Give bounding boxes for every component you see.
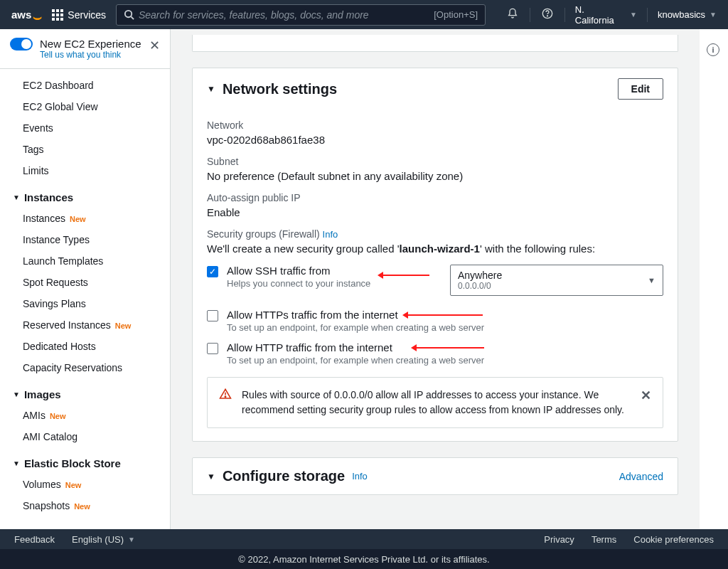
search-icon <box>124 9 134 20</box>
question-icon <box>542 8 553 19</box>
ssh-label: Allow SSH traffic from <box>227 265 370 277</box>
banner-close-button[interactable]: ✕ <box>149 38 160 53</box>
top-nav: aws⌣ Services [Option+S] N. California ▼… <box>0 0 728 29</box>
security-groups-label: Security groups (Firewall) Info <box>207 228 663 240</box>
sidebar: New EC2 Experience Tell us what you thin… <box>0 29 171 529</box>
auto-ip-value: Enable <box>207 206 663 218</box>
ssh-source-cidr: 0.0.0.0/0 <box>458 281 643 291</box>
http-checkbox[interactable] <box>207 343 218 354</box>
account-menu[interactable]: knowbasics ▼ <box>658 9 717 20</box>
privacy-link[interactable]: Privacy <box>544 534 574 545</box>
configure-storage-header[interactable]: ▼ Configure storage Info <box>207 468 368 484</box>
nav-divider <box>647 8 648 22</box>
warning-icon <box>219 388 232 400</box>
triangle-down-icon: ▼ <box>13 390 20 398</box>
nav-amis[interactable]: AMIsNew <box>0 405 170 426</box>
svg-point-0 <box>125 11 132 17</box>
edit-button[interactable]: Edit <box>618 78 663 100</box>
language-selector[interactable]: English (US) ▼ <box>72 534 135 545</box>
banner-feedback-link[interactable]: Tell us what you think <box>40 50 141 60</box>
network-label: Network <box>207 119 663 131</box>
previous-card-edge <box>192 35 678 52</box>
triangle-down-icon: ▼ <box>13 459 20 467</box>
nav-launch-templates[interactable]: Launch Templates <box>0 250 170 272</box>
cidr-warning-alert: Rules with source of 0.0.0.0/0 allow all… <box>207 377 663 428</box>
dropdown-icon: ▼ <box>648 276 655 284</box>
svg-point-5 <box>225 396 226 398</box>
nav-reserved-instances[interactable]: Reserved InstancesNew <box>0 314 170 336</box>
nav-ec2-dashboard[interactable]: EC2 Dashboard <box>0 75 170 96</box>
nav-volumes[interactable]: VolumesNew <box>0 474 170 495</box>
section-images[interactable]: ▼Images <box>0 378 170 405</box>
ssh-hint: Helps you connect to your instance <box>227 278 370 289</box>
copyright-bar: © 2022, Amazon Internet Services Private… <box>0 549 728 569</box>
region-selector[interactable]: N. California ▼ <box>575 4 637 26</box>
triangle-down-icon: ▼ <box>207 84 215 94</box>
nav-capacity-reservations[interactable]: Capacity Reservations <box>0 357 170 378</box>
subnet-value: No preference (Default subnet in any ava… <box>207 170 663 182</box>
section-instances[interactable]: ▼Instances <box>0 181 170 208</box>
nav-spot-requests[interactable]: Spot Requests <box>0 272 170 293</box>
security-groups-desc: We'll create a new security group called… <box>207 243 663 255</box>
nav-instance-types[interactable]: Instance Types <box>0 229 170 250</box>
https-checkbox[interactable] <box>207 310 218 321</box>
account-label: knowbasics <box>658 9 705 20</box>
nav-divider <box>530 8 530 22</box>
feedback-link[interactable]: Feedback <box>14 534 55 545</box>
search-input[interactable] <box>137 9 434 21</box>
advanced-link[interactable]: Advanced <box>619 471 663 482</box>
new-experience-toggle[interactable] <box>10 38 33 50</box>
http-hint: To set up an endpoint, for example when … <box>227 355 484 366</box>
rule-ssh-row: ✓ Allow SSH traffic from Helps you conne… <box>207 265 663 296</box>
svg-point-3 <box>547 16 547 16</box>
copyright-text: © 2022, Amazon Internet Services Private… <box>238 554 489 565</box>
caret-down-icon: ▼ <box>710 11 717 18</box>
nav-tags[interactable]: Tags <box>0 139 170 160</box>
nav-limits[interactable]: Limits <box>0 160 170 181</box>
nav-snapshots[interactable]: SnapshotsNew <box>0 495 170 516</box>
aws-logo[interactable]: aws⌣ <box>11 9 42 21</box>
rule-http-row: Allow HTTP traffic from the internet To … <box>207 341 663 366</box>
auto-ip-label: Auto-assign public IP <box>207 192 663 203</box>
caret-down-icon: ▼ <box>630 11 637 18</box>
terms-link[interactable]: Terms <box>592 534 616 545</box>
nav-instances[interactable]: InstancesNew <box>0 208 170 229</box>
ssh-checkbox[interactable]: ✓ <box>207 266 218 277</box>
cookie-preferences-link[interactable]: Cookie preferences <box>633 534 714 545</box>
rule-https-row: Allow HTTPs traffic from the internet To… <box>207 309 663 333</box>
sg-info-link[interactable]: Info <box>323 229 338 240</box>
annotation-arrow <box>413 347 484 349</box>
help-button[interactable] <box>540 8 555 21</box>
search-box[interactable]: [Option+S] <box>116 4 486 26</box>
warning-text: Rules with source of 0.0.0.0/0 allow all… <box>242 388 631 418</box>
configure-storage-card: ▼ Configure storage Info Advanced <box>192 457 678 495</box>
info-panel-icon[interactable]: i <box>707 43 719 56</box>
footer-bar: Feedback English (US) ▼ Privacy Terms Co… <box>0 529 728 549</box>
nav-divider <box>564 8 565 22</box>
ssh-source-select[interactable]: Anywhere 0.0.0.0/0 ▼ <box>450 265 663 296</box>
annotation-arrow <box>380 275 429 276</box>
services-menu[interactable]: Services <box>52 9 106 21</box>
nav-ec2-global-view[interactable]: EC2 Global View <box>0 96 170 117</box>
svg-line-1 <box>131 16 134 19</box>
subnet-label: Subnet <box>207 156 663 167</box>
https-hint: To set up an endpoint, for example when … <box>227 322 484 333</box>
nav-dedicated-hosts[interactable]: Dedicated Hosts <box>0 336 170 357</box>
right-gutter: i <box>700 29 728 529</box>
sidebar-nav: EC2 Dashboard EC2 Global View Events Tag… <box>0 69 170 529</box>
alert-close-button[interactable]: ✕ <box>641 388 651 403</box>
nav-events[interactable]: Events <box>0 117 170 139</box>
network-settings-card: ▼ Network settings Edit Network vpc-0202… <box>192 68 678 442</box>
nav-ami-catalog[interactable]: AMI Catalog <box>0 426 170 447</box>
annotation-arrow <box>405 314 483 316</box>
search-shortcut: [Option+S] <box>434 9 478 20</box>
triangle-down-icon: ▼ <box>13 193 20 201</box>
triangle-down-icon: ▼ <box>207 472 215 482</box>
storage-info-link[interactable]: Info <box>352 471 368 482</box>
section-ebs[interactable]: ▼Elastic Block Store <box>0 447 170 474</box>
notifications-button[interactable] <box>505 8 520 21</box>
bell-icon <box>507 8 518 19</box>
nav-savings-plans[interactable]: Savings Plans <box>0 293 170 314</box>
network-settings-header[interactable]: ▼ Network settings <box>207 81 337 97</box>
services-label: Services <box>68 9 106 21</box>
